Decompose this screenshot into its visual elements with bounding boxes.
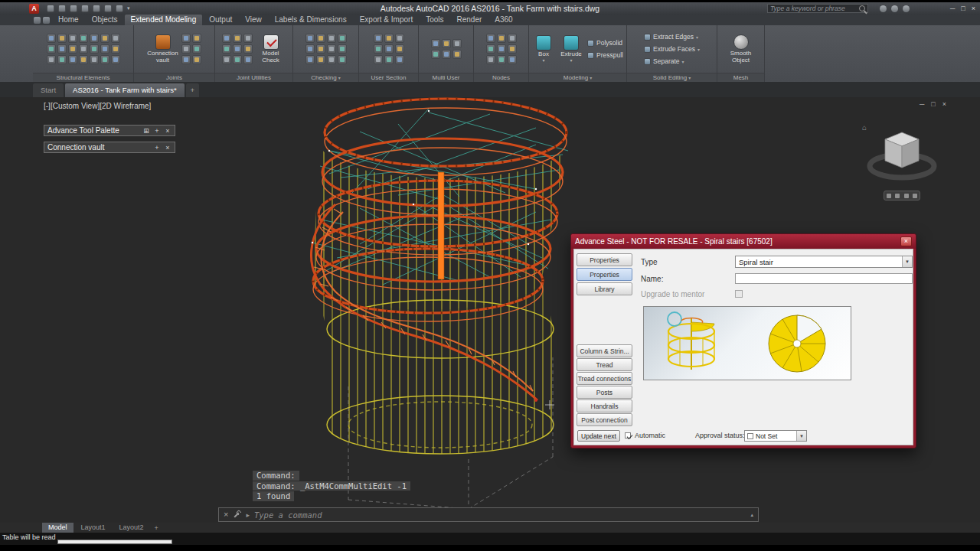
tab-labels-dimensions[interactable]: Labels & Dimensions (269, 15, 353, 25)
save-as-icon[interactable] (81, 5, 89, 12)
tab-a360[interactable]: A360 (488, 15, 518, 25)
tab-export-import[interactable]: Export & Import (354, 15, 419, 25)
viewport-close-icon[interactable]: × (942, 100, 946, 108)
ribbon-icon[interactable] (338, 44, 347, 54)
ribbon-icon[interactable] (497, 34, 506, 43)
extract-edges-dropdown-icon[interactable]: ▾ (696, 34, 698, 40)
tab-objects[interactable]: Objects (86, 15, 124, 25)
view-cube[interactable] (864, 122, 940, 194)
name-input[interactable] (735, 273, 913, 284)
file-tab-document[interactable]: AS2016 - Tank Farm with stairs* (65, 83, 185, 97)
tab-extended-modeling[interactable]: Extended Modeling (125, 15, 203, 25)
panel-title-user-section[interactable]: User Section (359, 73, 418, 82)
close-button[interactable]: × (972, 5, 975, 12)
box-button[interactable]: Box ▾ (532, 35, 555, 64)
ribbon-icon[interactable] (384, 55, 394, 64)
ribbon-icon[interactable] (47, 34, 56, 43)
signin-icon[interactable] (880, 5, 887, 12)
ribbon-icon[interactable] (68, 55, 77, 64)
ribbon-icon[interactable] (192, 55, 201, 64)
ribbon-icon[interactable] (384, 44, 394, 54)
ribbon-icon[interactable] (316, 55, 325, 64)
tab-tread-connections[interactable]: Tread connections (577, 372, 632, 385)
ribbon-icon[interactable] (305, 34, 315, 43)
ribbon-icon[interactable] (508, 34, 517, 43)
palette-close-icon[interactable]: × (164, 144, 172, 152)
save-icon[interactable] (70, 5, 77, 12)
approval-checkbox[interactable] (747, 433, 753, 439)
layout-tab-layout2[interactable]: Layout2 (113, 523, 150, 533)
ribbon-icon[interactable] (100, 44, 109, 54)
apps-icon[interactable] (891, 5, 898, 12)
ribbon-icon[interactable] (508, 55, 517, 64)
ribbon-icon[interactable] (181, 55, 191, 64)
panel-title-solid-editing[interactable]: Solid Editing▾ (627, 73, 717, 82)
search-input[interactable] (770, 5, 857, 12)
command-line-close-icon[interactable]: × (224, 510, 228, 519)
tab-view[interactable]: View (239, 15, 268, 25)
command-input[interactable] (254, 510, 746, 520)
ribbon-icon[interactable] (431, 50, 440, 59)
ribbon-icon[interactable] (243, 55, 253, 64)
chevron-down-icon[interactable]: ▼ (902, 256, 912, 267)
customize-wrench-icon[interactable] (233, 510, 241, 519)
zoom-icon[interactable] (895, 194, 900, 198)
tab-post-connection[interactable]: Post connection (577, 413, 632, 426)
ribbon-icon[interactable] (508, 44, 517, 54)
ribbon-icon[interactable] (486, 34, 495, 43)
help-icon[interactable] (903, 5, 910, 12)
ribbon-icon[interactable] (111, 44, 120, 54)
ribbon-icon[interactable] (497, 44, 506, 54)
navigation-bar[interactable] (884, 191, 920, 201)
extrude-faces-button[interactable]: Extrude Faces ▾ (644, 44, 700, 54)
palette-move-icon[interactable]: + (153, 127, 161, 135)
smooth-object-button[interactable]: Smooth Object (726, 34, 756, 64)
panel-title-nodes[interactable]: Nodes (474, 73, 528, 82)
search-icon[interactable] (859, 5, 865, 11)
connection-vault-button[interactable]: Connection vault (148, 34, 178, 64)
update-next-button[interactable]: Update next (577, 430, 620, 442)
command-history-toggle-icon[interactable]: ▴ (750, 512, 753, 518)
palette-grid-icon[interactable]: ⊞ (142, 127, 150, 135)
ribbon-icon[interactable] (452, 39, 462, 48)
ribbon-icon[interactable] (338, 34, 347, 43)
ribbon-icon[interactable] (374, 34, 383, 43)
ribbon-icon[interactable] (431, 39, 440, 48)
tab-posts[interactable]: Posts (577, 386, 632, 399)
palette-close-icon[interactable]: × (164, 127, 172, 135)
ribbon-icon[interactable] (90, 55, 99, 64)
new-file-icon[interactable] (47, 5, 54, 12)
ribbon-icon[interactable] (192, 34, 201, 43)
ribbon-icon[interactable] (57, 34, 67, 43)
advance-steel-logo-icon[interactable]: A (29, 4, 39, 14)
ribbon-icon[interactable] (181, 44, 191, 54)
polysolid-button[interactable]: Polysolid (587, 38, 623, 48)
upgrade-to-mentor-checkbox[interactable] (735, 290, 743, 298)
new-layout-button[interactable]: + (152, 524, 162, 532)
ribbon-icon[interactable] (111, 55, 120, 64)
ribbon-icon[interactable] (497, 55, 506, 64)
ribbon-icon[interactable] (316, 34, 325, 43)
ribbon-icon[interactable] (395, 55, 404, 64)
layout-tab-model[interactable]: Model (42, 523, 74, 533)
ribbon-icon[interactable] (111, 34, 120, 43)
ribbon-icon[interactable] (68, 34, 77, 43)
minimize-button[interactable]: ─ (950, 5, 955, 12)
model-check-button[interactable]: Model Check (256, 34, 286, 64)
menu-icon[interactable] (43, 17, 50, 24)
extrude-button[interactable]: Extrude ▾ (558, 35, 584, 64)
separate-button[interactable]: Separate ▾ (644, 57, 700, 67)
tab-properties-top[interactable]: Properties (577, 253, 632, 266)
ribbon-icon[interactable] (222, 34, 231, 43)
orbit-icon[interactable] (904, 194, 909, 198)
command-line-bar[interactable]: × ▸ ▴ (218, 507, 759, 522)
panel-title-mesh[interactable]: Mesh (717, 73, 764, 82)
advance-tool-palette[interactable]: Advance Tool Palette ⊞ + × (44, 125, 175, 136)
panel-title-checking[interactable]: Checking▾ (293, 73, 358, 82)
ribbon-icon[interactable] (442, 50, 451, 59)
extrude-faces-dropdown-icon[interactable]: ▾ (697, 47, 700, 52)
drawing-viewport[interactable]: [-][Custom View][2D Wireframe] ─ □ × Adv… (0, 97, 980, 523)
tab-output[interactable]: Output (203, 15, 238, 25)
tab-library[interactable]: Library (577, 282, 632, 295)
separate-dropdown-icon[interactable]: ▾ (682, 59, 684, 64)
